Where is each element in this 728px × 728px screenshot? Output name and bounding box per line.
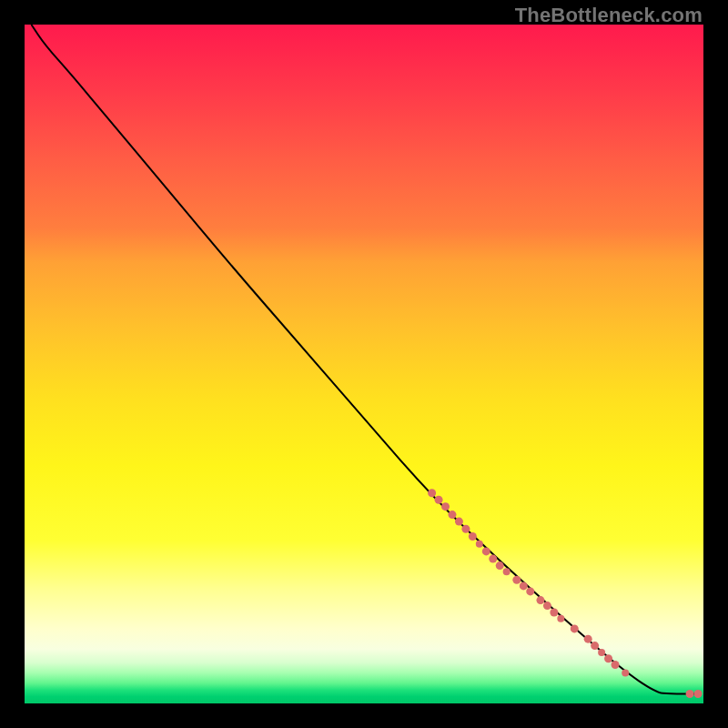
data-marker [591, 642, 599, 650]
data-marker [622, 669, 629, 676]
chart-stage: TheBottleneck.com [0, 0, 728, 728]
data-marker [469, 532, 477, 541]
data-marker [557, 615, 564, 622]
data-marker [526, 587, 534, 595]
data-marker [520, 581, 528, 590]
marker-group [428, 489, 702, 698]
data-marker [455, 518, 463, 526]
data-marker [550, 609, 558, 617]
data-marker [461, 525, 470, 533]
data-marker [686, 690, 694, 698]
data-marker [503, 568, 511, 575]
data-marker [482, 547, 490, 555]
data-marker [512, 576, 521, 584]
data-marker [489, 555, 497, 563]
data-marker [536, 596, 544, 604]
data-marker [584, 635, 592, 643]
data-marker [543, 602, 551, 610]
data-marker [435, 496, 443, 504]
chart-overlay [25, 25, 703, 703]
data-marker [598, 649, 605, 656]
data-marker [604, 654, 612, 662]
data-marker [441, 502, 450, 511]
data-marker [496, 561, 504, 570]
data-marker [694, 690, 703, 698]
data-marker [428, 489, 436, 497]
data-marker [448, 511, 456, 519]
data-marker [571, 624, 579, 632]
data-marker [612, 661, 620, 669]
curve-path [31, 25, 696, 694]
plot-area [25, 25, 703, 703]
data-marker [476, 541, 483, 548]
